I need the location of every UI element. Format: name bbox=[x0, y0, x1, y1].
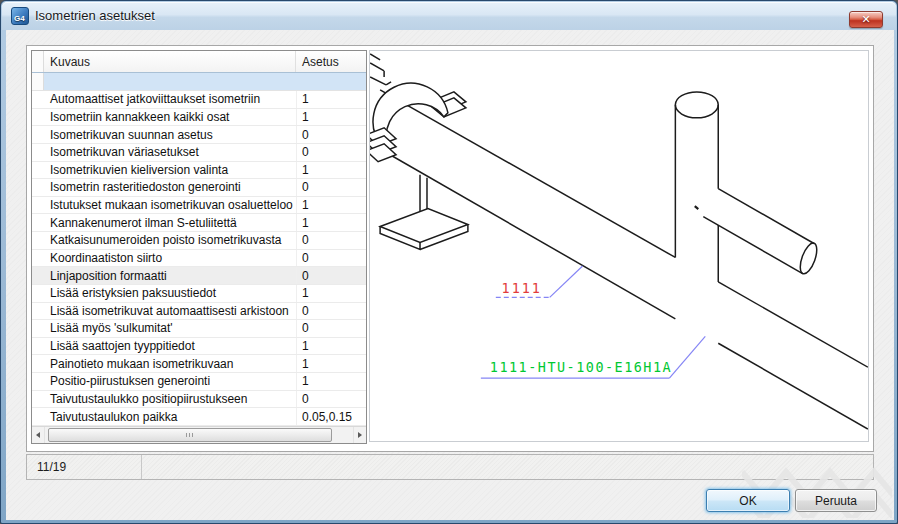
table-header: Kuvaus Asetus bbox=[32, 51, 366, 73]
table-row[interactable]: Lisää eristyksien paksuustiedot 1 bbox=[32, 285, 366, 303]
row-value: 0 bbox=[296, 126, 366, 143]
selection-highlight bbox=[44, 73, 366, 90]
column-header-asetus[interactable]: Asetus bbox=[296, 51, 366, 72]
table-row[interactable]: Isometriin kannakkeen kaikki osat 1 bbox=[32, 109, 366, 127]
support-base-plate bbox=[380, 209, 468, 243]
table-row[interactable]: Isometrikuvien kieliversion valinta 1 bbox=[32, 162, 366, 180]
table-row[interactable]: Lisää myös 'sulkumitat' 0 bbox=[32, 320, 366, 338]
weld-point-mark bbox=[695, 206, 698, 209]
row-header-gutter bbox=[32, 51, 44, 72]
table-row[interactable]: Katkaisunumeroiden poisto isometrikuvast… bbox=[32, 232, 366, 250]
row-value: 1 bbox=[296, 91, 366, 108]
table-row[interactable]: Isometrin rasteritiedoston generointi 0 bbox=[32, 179, 366, 197]
row-label: Automaattiset jatkoviittaukset isometrii… bbox=[44, 92, 296, 106]
row-value: 0 bbox=[296, 232, 366, 249]
row-value: 0 bbox=[296, 303, 366, 320]
horizontal-scrollbar bbox=[32, 426, 366, 443]
ok-button[interactable]: OK bbox=[706, 489, 790, 512]
pipe-break-symbol bbox=[370, 54, 391, 85]
dialog-client-area: Kuvaus Asetus Automaattiset jatkoviittau… bbox=[6, 30, 894, 520]
window-title: Isometrien asetukset bbox=[35, 2, 155, 30]
row-label: Lisää eristyksien paksuustiedot bbox=[44, 286, 296, 300]
close-button[interactable]: ✕ bbox=[849, 11, 883, 28]
table-row[interactable]: Isometrikuvan väriasetukset 0 bbox=[32, 144, 366, 162]
row-value: 1 bbox=[296, 162, 366, 179]
scroll-right-button[interactable] bbox=[353, 427, 366, 443]
selected-blank-row[interactable] bbox=[32, 73, 366, 91]
row-label: Linjaposition formaatti bbox=[44, 269, 296, 283]
table-row[interactable]: Isometrikuvan suunnan asetus 0 bbox=[32, 126, 366, 144]
row-label: Kannakenumerot ilman S-etuliitettä bbox=[44, 216, 296, 230]
table-row[interactable]: Automaattiset jatkoviittaukset isometrii… bbox=[32, 91, 366, 109]
row-label: Taivutustaulukko positiopiirustukseen bbox=[44, 392, 296, 406]
row-label: Isometrikuvan väriasetukset bbox=[44, 145, 296, 159]
titlebar[interactable]: G4 Isometrien asetukset ✕ bbox=[2, 2, 896, 30]
row-value: 0 bbox=[296, 144, 366, 161]
column-header-kuvaus[interactable]: Kuvaus bbox=[44, 51, 296, 72]
scrollbar-thumb[interactable] bbox=[48, 428, 332, 442]
table-row[interactable]: Taivutustaulukon paikka 0.05,0.15 bbox=[32, 408, 366, 426]
table-row[interactable]: Lisää saattojen tyyppitiedot 1 bbox=[32, 338, 366, 356]
isometric-preview: 1111 1111-HTU-100-E16H1A bbox=[369, 50, 869, 442]
cancel-button[interactable]: Peruuta bbox=[795, 489, 877, 512]
row-label: Istutukset mukaan isometrikuvan osaluett… bbox=[44, 198, 296, 212]
row-label: Katkaisunumeroiden poisto isometrikuvast… bbox=[44, 233, 296, 247]
row-value: 0 bbox=[296, 179, 366, 196]
row-label: Taivutustaulukon paikka bbox=[44, 410, 296, 424]
triangle-left-icon bbox=[36, 432, 40, 438]
triangle-right-icon bbox=[358, 432, 362, 438]
row-value: 0 bbox=[296, 391, 366, 408]
line-number-label: 1111 bbox=[502, 281, 542, 296]
row-label: Lisää myös 'sulkumitat' bbox=[44, 321, 296, 335]
content-panel: Kuvaus Asetus Automaattiset jatkoviittau… bbox=[26, 45, 874, 452]
table-row[interactable]: Positio-piirustuksen generointi 1 bbox=[32, 373, 366, 391]
table-row[interactable]: Kannakenumerot ilman S-etuliitettä 1 bbox=[32, 214, 366, 232]
table-row[interactable]: Koordinaatiston siirto 0 bbox=[32, 250, 366, 268]
table-row[interactable]: Painotieto mukaan isometrikuvaan 1 bbox=[32, 355, 366, 373]
row-value: 0 bbox=[296, 320, 366, 337]
dialog-window: G4 Isometrien asetukset ✕ Kuvaus Asetus bbox=[0, 0, 898, 524]
row-label: Lisää saattojen tyyppitiedot bbox=[44, 339, 296, 353]
table-rows: Automaattiset jatkoviittaukset isometrii… bbox=[32, 91, 366, 426]
row-label: Positio-piirustuksen generointi bbox=[44, 374, 296, 388]
row-value: 1 bbox=[296, 109, 366, 126]
row-value: 1 bbox=[296, 214, 366, 231]
app-icon-label: G4 bbox=[14, 14, 25, 23]
row-label: Isometrikuvan suunnan asetus bbox=[44, 128, 296, 142]
row-label: Isometrin rasteritiedoston generointi bbox=[44, 180, 296, 194]
table-row[interactable]: Istutukset mukaan isometrikuvan osaluett… bbox=[32, 197, 366, 215]
row-label: Isometrikuvien kieliversion valinta bbox=[44, 163, 296, 177]
row-label: Koordinaatiston siirto bbox=[44, 251, 296, 265]
close-icon: ✕ bbox=[861, 14, 870, 25]
app-icon: G4 bbox=[11, 7, 29, 25]
pipeline-code-label: 1111-HTU-100-E16H1A bbox=[490, 360, 672, 375]
row-value: 1 bbox=[296, 355, 366, 372]
row-value: 1 bbox=[296, 197, 366, 214]
row-value: 0.05,0.15 bbox=[296, 408, 366, 425]
row-label: Isometriin kannakkeen kaikki osat bbox=[44, 110, 296, 124]
row-value: 0 bbox=[296, 250, 366, 267]
table-row[interactable]: Linjaposition formaatti 0 bbox=[32, 267, 366, 285]
row-value: 1 bbox=[296, 285, 366, 302]
isometric-drawing: 1111 1111-HTU-100-E16H1A bbox=[370, 51, 868, 441]
settings-table: Kuvaus Asetus Automaattiset jatkoviittau… bbox=[31, 50, 367, 444]
row-label: Painotieto mukaan isometrikuvaan bbox=[44, 357, 296, 371]
row-position-indicator: 11/19 bbox=[27, 455, 142, 479]
table-row[interactable]: Taivutustaulukko positiopiirustukseen 0 bbox=[32, 391, 366, 409]
scroll-left-button[interactable] bbox=[32, 427, 45, 443]
row-value: 0 bbox=[296, 267, 366, 284]
row-header-gutter bbox=[32, 73, 44, 90]
row-value: 1 bbox=[296, 338, 366, 355]
table-row[interactable]: Lisää isometrikuvat automaattisesti arki… bbox=[32, 303, 366, 321]
row-value: 1 bbox=[296, 373, 366, 390]
row-label: Lisää isometrikuvat automaattisesti arki… bbox=[44, 304, 296, 318]
